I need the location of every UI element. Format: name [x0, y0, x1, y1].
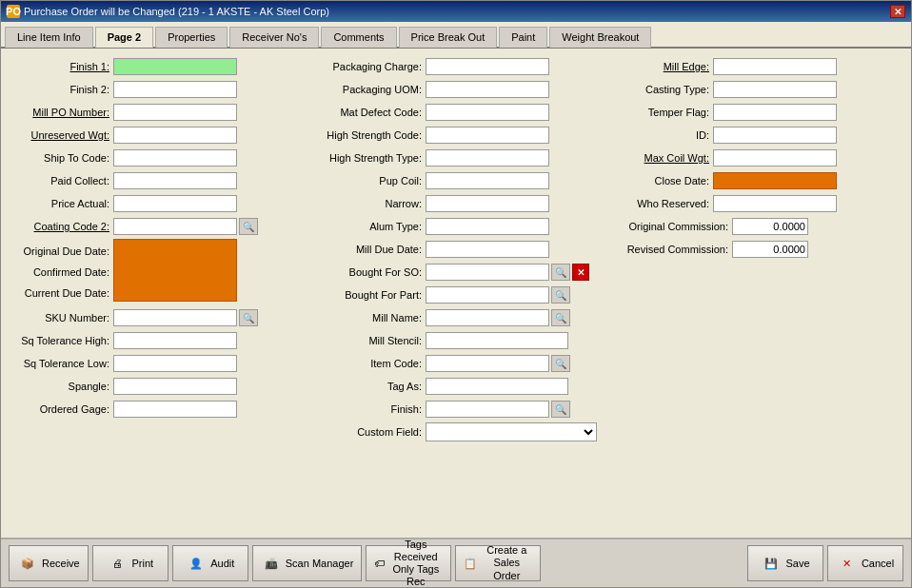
item-code-search-button[interactable]: 🔍	[551, 355, 570, 372]
paid-collect-row: Paid Collect:	[9, 170, 294, 191]
custom-field-select[interactable]	[426, 422, 597, 441]
tab-page-2[interactable]: Page 2	[95, 27, 153, 48]
original-commission-input[interactable]	[732, 218, 808, 235]
main-window: PO Purchase Order will be Changed (219 -…	[0, 0, 912, 588]
mill-name-input[interactable]	[426, 309, 549, 326]
receive-button[interactable]: 📦 Receive	[9, 545, 89, 581]
cancel-icon: ✕	[837, 553, 858, 574]
cancel-button[interactable]: ✕ Cancel	[827, 545, 903, 581]
mat-defect-input[interactable]	[426, 104, 549, 121]
max-coil-wgt-input[interactable]	[713, 149, 837, 167]
spangle-row: Spangle:	[9, 376, 294, 397]
spangle-input[interactable]	[113, 378, 237, 395]
close-button[interactable]: ✕	[890, 5, 905, 18]
mill-po-label: Mill PO Number:	[9, 107, 113, 118]
tab-weight-breakout[interactable]: Weight Breakout	[549, 27, 651, 48]
title-bar: PO Purchase Order will be Changed (219 -…	[1, 1, 911, 22]
tab-paint[interactable]: Paint	[499, 27, 547, 48]
pup-coil-input[interactable]	[426, 172, 549, 189]
finish2-row: Finish 2:	[9, 79, 294, 100]
tags-received-button[interactable]: 🏷 Tags Received Only Tags Rec	[366, 545, 451, 581]
coating-code2-input[interactable]	[113, 218, 237, 235]
high-strength-type-label: High Strength Type:	[302, 152, 426, 164]
max-coil-wgt-row: Max Coil Wgt:	[608, 147, 833, 168]
footer: 📦 Receive 🖨 Print 👤 Audit 📠 Scan Manager…	[1, 538, 911, 587]
print-button[interactable]: 🖨 Print	[92, 545, 169, 581]
casting-type-label: Casting Type:	[608, 84, 713, 95]
tag-as-label: Tag As:	[302, 381, 426, 392]
receive-icon: 📦	[17, 553, 38, 574]
sku-number-search-button[interactable]: 🔍	[239, 309, 258, 326]
finish-input[interactable]	[426, 401, 549, 418]
mill-due-date-input[interactable]	[426, 241, 549, 258]
mill-due-date-label: Mill Due Date:	[302, 244, 426, 255]
high-strength-code-label: High Strength Code:	[302, 129, 426, 141]
print-icon: 🖨	[107, 553, 128, 574]
narrow-input[interactable]	[426, 195, 549, 212]
mill-stencil-input[interactable]	[426, 332, 568, 349]
tab-comments[interactable]: Comments	[321, 27, 396, 48]
mill-po-input[interactable]	[113, 104, 237, 121]
tab-properties[interactable]: Properties	[155, 27, 228, 48]
who-reserved-row: Who Reserved:	[608, 193, 833, 214]
scan-icon: 📠	[261, 553, 282, 574]
revised-commission-input[interactable]	[732, 241, 808, 258]
sq-tol-low-input[interactable]	[113, 355, 237, 372]
who-reserved-input[interactable]	[713, 195, 837, 212]
ship-to-input[interactable]	[113, 149, 237, 167]
mill-po-row: Mill PO Number:	[9, 102, 294, 123]
tag-as-input[interactable]	[426, 378, 568, 395]
pup-coil-label: Pup Coil:	[302, 175, 426, 186]
coating-code2-search-button[interactable]: 🔍	[239, 218, 258, 235]
unreserved-wgt-row: Unreserved Wgt:	[9, 125, 294, 146]
sku-number-label: SKU Number:	[9, 312, 113, 323]
finish1-input[interactable]	[113, 58, 237, 75]
confirmed-date-label: Confirmed Date:	[9, 262, 109, 283]
bought-for-part-search-button[interactable]: 🔍	[551, 286, 570, 304]
close-date-block[interactable]	[713, 172, 837, 189]
custom-field-label: Custom Field:	[302, 426, 426, 438]
casting-type-input[interactable]	[713, 81, 837, 98]
packaging-charge-input[interactable]	[426, 58, 549, 75]
packaging-uom-input[interactable]	[426, 81, 549, 98]
tab-bar: Line Item Info Page 2 Properties Receive…	[1, 22, 911, 49]
tab-price-break-out[interactable]: Price Break Out	[399, 27, 498, 48]
item-code-row: Item Code: 🔍	[302, 353, 597, 374]
bought-for-so-search-button[interactable]: 🔍	[551, 264, 570, 281]
finish2-input[interactable]	[113, 81, 237, 98]
paid-collect-label: Paid Collect:	[9, 175, 113, 186]
bought-for-so-input[interactable]	[426, 264, 549, 281]
mill-edge-label: Mill Edge:	[608, 61, 713, 72]
create-sales-order-button[interactable]: 📋 Create a Sales Order	[455, 545, 541, 581]
price-actual-input[interactable]	[113, 195, 237, 212]
finish-search-button[interactable]: 🔍	[551, 401, 570, 418]
id-input[interactable]	[713, 127, 837, 144]
paid-collect-input[interactable]	[113, 172, 237, 189]
audit-button[interactable]: 👤 Audit	[172, 545, 248, 581]
scan-manager-button[interactable]: 📠 Scan Manager	[252, 545, 363, 581]
high-strength-type-row: High Strength Type:	[302, 147, 597, 168]
bought-for-part-label: Bought For Part:	[302, 289, 426, 301]
item-code-input[interactable]	[426, 355, 549, 372]
finish1-row: Finish 1:	[9, 56, 294, 77]
high-strength-code-input[interactable]	[426, 127, 549, 144]
audit-label: Audit	[210, 558, 234, 569]
bought-for-so-clear-button[interactable]: ✕	[572, 264, 589, 281]
alum-type-label: Alum Type:	[302, 221, 426, 232]
bought-for-part-input[interactable]	[426, 286, 549, 304]
sq-tol-high-input[interactable]	[113, 332, 237, 349]
mill-name-search-button[interactable]: 🔍	[551, 309, 570, 326]
alum-type-input[interactable]	[426, 218, 549, 235]
sku-number-input[interactable]	[113, 309, 237, 326]
mill-due-date-row: Mill Due Date:	[302, 239, 597, 260]
coating-code2-label: Coating Code 2:	[9, 221, 113, 232]
tab-receiver-nos[interactable]: Receiver No's	[229, 27, 319, 48]
high-strength-type-input[interactable]	[426, 149, 549, 167]
due-dates-block[interactable]	[113, 239, 237, 302]
unreserved-wgt-input[interactable]	[113, 127, 237, 144]
tab-line-item-info[interactable]: Line Item Info	[5, 27, 93, 48]
save-button[interactable]: 💾 Save	[747, 545, 823, 581]
mill-edge-input[interactable]	[713, 58, 837, 75]
temper-flag-input[interactable]	[713, 104, 837, 121]
ordered-gage-input[interactable]	[113, 401, 237, 418]
